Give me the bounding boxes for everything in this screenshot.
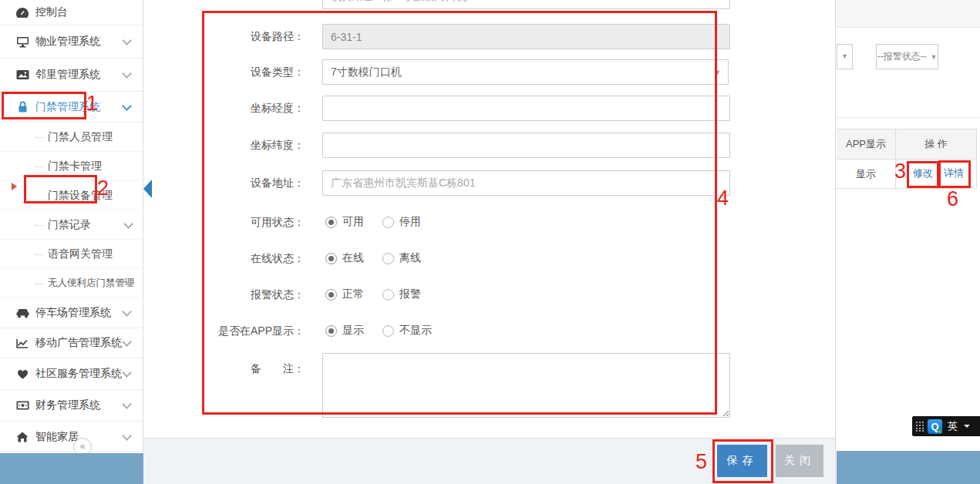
sidebar-item-smart-home[interactable]: 智能家居	[0, 422, 143, 452]
alarm-status-label: 报警状态：	[143, 287, 305, 302]
radio-unchecked-icon	[382, 325, 394, 337]
device-type-select[interactable]: 7寸数模门口机 ▼	[322, 59, 729, 85]
qq-input-logo-icon[interactable]: Q	[928, 419, 942, 434]
remark-textarea[interactable]	[322, 353, 730, 418]
ime-language-label[interactable]: 英	[948, 419, 958, 433]
sidebar-item-parking[interactable]: 停车场管理系统	[0, 298, 143, 328]
radio-available-disabled[interactable]: 停用	[382, 215, 421, 229]
radio-checked-icon	[325, 289, 337, 301]
device-type-label: 设备类型：	[143, 59, 305, 85]
radio-label: 不显示	[399, 324, 432, 338]
radio-alarm-normal[interactable]: 正常	[325, 287, 364, 301]
car-icon	[15, 308, 29, 318]
sidebar-item-finance[interactable]: 财务管理系统	[0, 390, 143, 422]
radio-unchecked-icon	[382, 253, 394, 264]
table-header-row: APP显示 操 作	[837, 129, 977, 160]
radio-available-enabled[interactable]: 可用	[325, 215, 364, 229]
ime-toolbar[interactable]: Q 英	[912, 416, 980, 436]
sidebar-item-access-card[interactable]: 门禁卡管理	[0, 152, 143, 181]
sidebar-item-unmanned-store[interactable]: 无人便利店门禁管理	[0, 269, 143, 298]
drag-handle-icon[interactable]	[916, 422, 923, 432]
sidebar-item-label: 停车场管理系统	[35, 306, 111, 320]
monitor-icon	[15, 36, 29, 48]
sidebar-item-label: 无人便利店门禁管理	[48, 277, 135, 290]
sidebar-item-voice-gateway[interactable]: 语音网关管理	[0, 240, 143, 269]
sidebar-item-label: 门禁记录	[48, 218, 91, 232]
cell-actions: 修改 详情	[896, 160, 976, 188]
sidebar-item-community-service[interactable]: 社区服务管理系统	[0, 358, 143, 390]
chevron-down-icon	[122, 399, 132, 409]
sidebar-item-property[interactable]: 物业管理系统	[0, 25, 143, 59]
detail-link[interactable]: 详情	[944, 166, 964, 180]
active-submenu-caret-icon	[12, 183, 17, 190]
money-icon	[15, 401, 29, 410]
longitude-label: 坐标经度：	[143, 96, 305, 121]
chevron-down-icon	[122, 69, 132, 79]
chevron-down-icon	[122, 431, 132, 441]
app-display-label: 是否在APP显示：	[143, 323, 305, 338]
radio-checked-icon	[325, 253, 337, 264]
col-header-app-display: APP显示	[837, 129, 896, 159]
sidebar-item-label: 智能家居	[35, 430, 79, 444]
radio-unchecked-icon	[382, 289, 394, 301]
footer-bar-left	[0, 453, 143, 484]
radio-label: 在线	[342, 251, 364, 265]
image-icon	[15, 69, 29, 80]
radio-app-hide[interactable]: 不显示	[382, 324, 432, 338]
chevron-down-icon	[122, 307, 132, 317]
dialog-footer: 保存 关闭	[143, 438, 835, 484]
radio-online[interactable]: 在线	[325, 251, 364, 265]
radio-offline[interactable]: 离线	[382, 251, 421, 265]
footer-bar-right	[837, 451, 980, 484]
radio-label: 报警	[399, 287, 421, 301]
radio-unchecked-icon	[382, 217, 394, 228]
table-row: 显示 修改 详情	[837, 160, 977, 189]
home-icon	[15, 432, 29, 442]
line-chart-icon	[15, 338, 29, 348]
sidebar-item-access-control[interactable]: 门禁管理系统	[0, 92, 143, 122]
device-address-input[interactable]	[322, 170, 730, 196]
close-button[interactable]: 关闭	[776, 445, 823, 477]
chevron-down-icon	[122, 337, 132, 347]
longitude-input[interactable]	[322, 96, 730, 121]
save-button[interactable]: 保存	[717, 445, 767, 477]
radio-checked-icon	[325, 325, 337, 337]
device-name-label: 设备名称：	[143, 0, 305, 8]
sidebar-item-label: 邻里管理系统	[35, 68, 100, 82]
radio-alarm-alarm[interactable]: 报警	[382, 287, 421, 301]
sidebar-item-console[interactable]: 控制台	[0, 0, 143, 25]
active-item-marker-icon	[143, 180, 152, 198]
dropdown-arrow-icon: ▼	[714, 69, 721, 76]
radio-label: 可用	[342, 215, 364, 229]
radio-app-show[interactable]: 显示	[325, 324, 364, 338]
sidebar-item-label: 门禁管理系统	[35, 100, 100, 114]
sidebar-item-access-device[interactable]: 门禁设备管理	[0, 181, 143, 210]
sidebar-item-access-person[interactable]: 门禁人员管理	[0, 123, 143, 152]
sidebar-item-neighbor[interactable]: 邻里管理系统	[0, 59, 143, 92]
edit-link[interactable]: 修改	[913, 166, 933, 180]
caret-down-icon[interactable]	[964, 425, 970, 428]
chevron-down-icon	[122, 35, 132, 45]
device-address-label: 设备地址：	[143, 170, 305, 196]
sidebar-item-mobile-ads[interactable]: 移动广告管理系统	[0, 328, 143, 358]
alarm-filter-value: --报警状态--	[877, 50, 927, 63]
page-header-strip	[836, 0, 980, 28]
heart-icon	[15, 369, 29, 379]
available-status-label: 可用状态：	[143, 214, 305, 230]
sidebar-item-label: 门禁人员管理	[48, 130, 113, 144]
alarm-status-filter-select[interactable]: --报警状态-- ▼	[876, 44, 938, 69]
latitude-input[interactable]	[322, 133, 730, 158]
device-list-panel: ▼ --报警状态-- ▼ APP显示 操 作 显示 修改 详情	[835, 0, 980, 484]
access-control-submenu: 门禁人员管理 门禁卡管理 门禁设备管理 门禁记录 语音网关管理 无人便利店门禁管…	[0, 122, 143, 298]
latitude-label: 坐标纬度：	[143, 133, 305, 158]
sidebar-item-access-record[interactable]: 门禁记录	[0, 210, 143, 240]
radio-label: 停用	[399, 215, 421, 229]
device-path-input[interactable]	[322, 24, 730, 49]
col-header-actions: 操 作	[896, 129, 976, 159]
sidebar-item-label: 社区服务管理系统	[35, 367, 122, 381]
device-name-input[interactable]	[322, 0, 730, 9]
chevron-down-icon	[122, 101, 132, 111]
device-table: APP显示 操 作 显示 修改 详情	[837, 129, 977, 189]
radio-label: 离线	[399, 251, 421, 265]
filter-select-partial[interactable]: ▼	[837, 44, 853, 69]
